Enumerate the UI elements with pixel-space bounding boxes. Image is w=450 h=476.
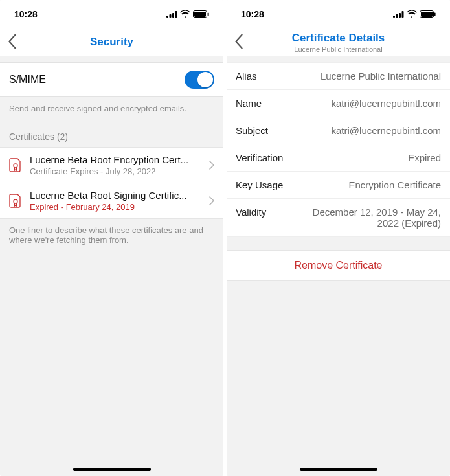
svg-rect-3 — [175, 11, 177, 18]
svg-rect-15 — [434, 13, 436, 16]
svg-rect-0 — [166, 16, 168, 18]
certificate-icon — [9, 194, 22, 208]
status-bar: 10:28 — [227, 0, 450, 28]
cert-details-screen: 10:28 Certificate Details Lucerne Public… — [227, 0, 450, 476]
cert-row[interactable]: Lucerne Beta Root Signing Certific...Exp… — [0, 183, 223, 219]
detail-key: Verification — [236, 152, 283, 163]
wifi-icon — [180, 10, 190, 18]
home-indicator[interactable] — [73, 468, 151, 471]
detail-value: Encryption Certificate — [348, 179, 441, 190]
status-indicators — [166, 10, 209, 18]
smime-row: S/MIME — [0, 62, 223, 97]
nav-header: Security — [0, 28, 223, 56]
certificate-icon — [9, 158, 22, 172]
certs-footer: One liner to describe what these certifi… — [0, 219, 223, 254]
detail-key: Key Usage — [236, 179, 283, 190]
detail-key: Name — [236, 98, 262, 109]
status-time: 10:28 — [241, 9, 264, 19]
cert-subtitle: Certificate Expires - July 28, 2022 — [30, 166, 201, 176]
detail-value: katri@lucernepubintl.com — [332, 98, 441, 109]
certs-section-header: Certificates (2) — [0, 122, 223, 147]
detail-row: VerificationExpired — [227, 144, 450, 172]
smime-label: S/MIME — [9, 74, 46, 85]
cert-subtitle: Expired - February 24, 2019 — [30, 202, 201, 212]
detail-value: katri@lucernepubintl.com — [332, 125, 441, 136]
detail-row: AliasLucerne Public International — [227, 62, 450, 90]
page-title: Security — [90, 36, 133, 49]
detail-value: Lucerne Public International — [321, 71, 441, 82]
chevron-right-icon — [209, 196, 214, 205]
detail-row: Subjectkatri@lucernepubintl.com — [227, 117, 450, 144]
chevron-left-icon — [8, 34, 17, 49]
detail-row: Key UsageEncryption Certificate — [227, 172, 450, 199]
cert-row[interactable]: Lucerne Beta Root Encryption Cert...Cert… — [0, 147, 223, 183]
smime-toggle[interactable] — [185, 71, 214, 89]
nav-header: Certificate Details Lucerne Public Inter… — [227, 28, 450, 56]
smime-caption: Send and receive signed and encrypted em… — [0, 97, 223, 122]
svg-rect-10 — [396, 14, 398, 18]
battery-icon — [420, 10, 436, 18]
status-indicators — [393, 10, 436, 18]
detail-row: Namekatri@lucernepubintl.com — [227, 90, 450, 117]
back-button[interactable] — [8, 34, 17, 52]
svg-rect-6 — [208, 13, 209, 16]
battery-icon — [193, 10, 209, 18]
security-screen: 10:28 Security S/MIME Send and receive s… — [0, 0, 223, 476]
svg-rect-2 — [172, 13, 174, 18]
page-title: Certificate Details — [292, 32, 385, 45]
back-button[interactable] — [234, 34, 243, 52]
svg-point-7 — [14, 164, 17, 168]
chevron-left-icon — [234, 34, 243, 49]
signal-icon — [166, 11, 177, 18]
svg-rect-1 — [170, 14, 172, 18]
chevron-right-icon — [209, 161, 214, 170]
page-subtitle: Lucerne Public International — [294, 45, 382, 53]
cert-title: Lucerne Beta Root Signing Certific... — [30, 190, 201, 201]
detail-value: Expired — [408, 152, 441, 163]
svg-point-8 — [14, 199, 17, 203]
svg-rect-14 — [421, 12, 433, 17]
svg-rect-11 — [399, 13, 401, 18]
svg-rect-9 — [393, 16, 395, 18]
remove-certificate-button[interactable]: Remove Certificate — [227, 250, 450, 281]
cert-title: Lucerne Beta Root Encryption Cert... — [30, 154, 201, 165]
detail-value: December 12, 2019 - May 24, 2022 (Expire… — [305, 207, 441, 229]
svg-rect-5 — [194, 12, 206, 17]
detail-row: ValidityDecember 12, 2019 - May 24, 2022… — [227, 199, 450, 237]
wifi-icon — [407, 10, 417, 18]
svg-rect-12 — [402, 11, 404, 18]
detail-key: Validity — [236, 207, 266, 218]
signal-icon — [393, 11, 404, 18]
detail-key: Alias — [236, 71, 257, 82]
detail-key: Subject — [236, 125, 268, 136]
status-bar: 10:28 — [0, 0, 223, 28]
home-indicator[interactable] — [300, 468, 377, 471]
status-time: 10:28 — [14, 9, 38, 19]
